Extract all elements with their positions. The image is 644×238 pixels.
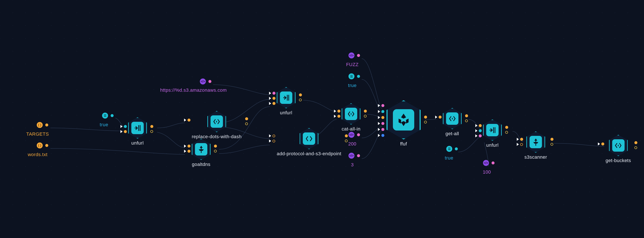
node-unfurl-2[interactable]: unfurl xyxy=(277,87,296,116)
input-port[interactable] xyxy=(381,104,384,107)
input-port-caret[interactable] xyxy=(475,124,478,127)
node-replace-dots-with-dash[interactable]: replace-dots-with-dash xyxy=(192,111,242,139)
output-port[interactable] xyxy=(150,125,153,128)
input-port[interactable] xyxy=(272,97,276,100)
input-port[interactable] xyxy=(479,134,482,137)
input-port-caret[interactable] xyxy=(475,134,478,137)
input-port[interactable] xyxy=(601,142,604,145)
input-port[interactable] xyxy=(479,124,482,127)
output-port[interactable] xyxy=(634,141,638,144)
output-port[interactable] xyxy=(214,150,217,153)
input-port-caret[interactable] xyxy=(378,104,380,107)
param-ffuf-silent[interactable]: ☰ true xyxy=(340,73,365,88)
param-ffuf-mc[interactable]: </> 200 xyxy=(340,132,365,147)
output-port[interactable] xyxy=(424,116,427,119)
output-port[interactable] xyxy=(299,99,302,101)
input-port-caret[interactable] xyxy=(334,110,336,113)
output-port[interactable] xyxy=(505,126,508,129)
output-port[interactable] xyxy=(45,144,48,147)
input-port-caret[interactable] xyxy=(378,134,380,137)
input-port-caret[interactable] xyxy=(269,102,271,105)
input-port[interactable] xyxy=(272,92,276,95)
input-port[interactable] xyxy=(381,110,384,113)
input-port-caret[interactable] xyxy=(517,143,519,146)
input-port-caret[interactable] xyxy=(378,110,380,113)
output-port[interactable] xyxy=(364,115,367,118)
input-port-caret[interactable] xyxy=(184,119,186,122)
input-port-caret[interactable] xyxy=(378,122,380,125)
input-port[interactable] xyxy=(337,110,340,113)
input-port[interactable] xyxy=(479,129,482,132)
input-port[interactable] xyxy=(337,115,340,118)
input-targets[interactable]: { } TARGETS xyxy=(25,122,50,137)
input-port[interactable] xyxy=(124,130,127,133)
input-port[interactable] xyxy=(188,145,190,148)
input-port[interactable] xyxy=(272,102,276,105)
output-port[interactable] xyxy=(245,117,248,120)
input-port[interactable] xyxy=(438,116,442,119)
input-port-caret[interactable] xyxy=(269,97,271,100)
input-port-caret[interactable] xyxy=(517,138,519,141)
input-port-caret[interactable] xyxy=(120,130,122,133)
input-port[interactable] xyxy=(188,150,190,153)
input-port[interactable] xyxy=(381,128,384,131)
param-unfurl3-limit[interactable]: </> 100 xyxy=(474,160,500,175)
output-port[interactable] xyxy=(214,145,217,148)
input-port-caret[interactable] xyxy=(269,92,271,95)
input-port-caret[interactable] xyxy=(334,115,336,118)
node-get-all[interactable]: get-all xyxy=(443,108,462,137)
output-port[interactable] xyxy=(424,121,427,123)
output-port[interactable] xyxy=(550,138,554,141)
output-port[interactable] xyxy=(357,75,360,78)
node-cat-all-in[interactable]: cat-all-in xyxy=(342,103,360,132)
node-goaltdns[interactable]: goaltdns xyxy=(192,139,210,167)
input-port-caret[interactable] xyxy=(184,150,186,153)
param-getall-domains[interactable]: ☰ true xyxy=(437,146,461,161)
param-ffuf-t[interactable]: </> 3 xyxy=(340,153,365,168)
output-port[interactable] xyxy=(357,154,360,157)
output-port[interactable] xyxy=(110,114,114,117)
input-words[interactable]: { } words.txt xyxy=(25,142,50,157)
input-port-caret[interactable] xyxy=(598,142,600,145)
node-s3scanner[interactable]: s3scanner xyxy=(524,131,547,160)
input-port-caret[interactable] xyxy=(120,125,122,128)
output-port[interactable] xyxy=(492,161,494,164)
input-port-caret[interactable] xyxy=(475,129,478,132)
param-unfurl1-apex[interactable]: ☰ true xyxy=(92,113,116,128)
output-port[interactable] xyxy=(455,147,458,150)
param-s3-template[interactable]: </> https://%d.s3.amazonaws.com xyxy=(160,78,227,93)
input-port-caret[interactable] xyxy=(184,145,186,148)
node-get-buckets[interactable]: get-buckets xyxy=(606,135,631,163)
input-port[interactable] xyxy=(520,143,523,146)
node-add-protocol-and-s3-endpoint[interactable]: add-protocol-and-s3-endpoint xyxy=(277,128,342,157)
input-port[interactable] xyxy=(188,119,190,122)
input-port[interactable] xyxy=(381,134,384,137)
output-port[interactable] xyxy=(634,146,637,149)
input-port[interactable] xyxy=(381,116,384,119)
output-port[interactable] xyxy=(465,119,468,122)
input-port-caret[interactable] xyxy=(269,139,271,142)
output-port[interactable] xyxy=(364,110,367,113)
input-port-caret[interactable] xyxy=(378,116,380,119)
output-port[interactable] xyxy=(505,131,508,134)
input-port[interactable] xyxy=(381,122,384,125)
input-port[interactable] xyxy=(520,138,523,141)
output-port[interactable] xyxy=(150,130,153,133)
output-port[interactable] xyxy=(357,133,360,136)
input-port-caret[interactable] xyxy=(378,128,380,131)
output-port[interactable] xyxy=(45,123,48,126)
node-ffuf[interactable]: ffuf xyxy=(386,100,421,147)
output-port[interactable] xyxy=(299,93,302,96)
output-port[interactable] xyxy=(550,143,553,146)
input-port[interactable] xyxy=(272,135,275,137)
node-unfurl-3[interactable]: unfurl xyxy=(483,119,502,148)
input-port[interactable] xyxy=(124,125,127,128)
output-port[interactable] xyxy=(465,114,468,117)
output-port[interactable] xyxy=(208,80,212,83)
input-port-caret[interactable] xyxy=(435,116,437,119)
node-unfurl-1[interactable]: unfurl xyxy=(128,117,147,146)
param-fuzz-keyword[interactable]: </> FUZZ xyxy=(340,52,365,67)
input-port-caret[interactable] xyxy=(269,134,271,137)
output-port[interactable] xyxy=(245,122,248,125)
output-port[interactable] xyxy=(357,54,360,57)
